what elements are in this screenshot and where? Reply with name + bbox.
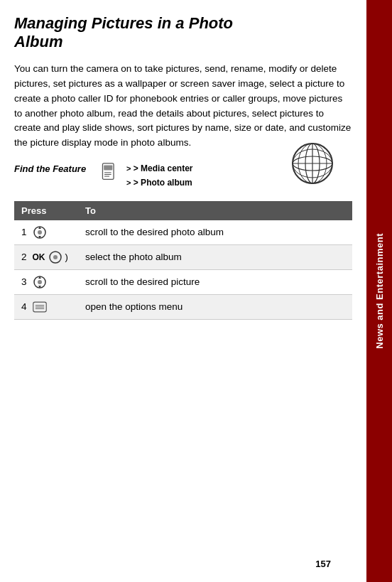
menu-button-icon — [33, 300, 47, 314]
table-row: 2 OK ) select the photo album — [14, 244, 352, 269]
press-cell: 1 — [14, 220, 78, 244]
instruction-table: Press To 1 — [14, 201, 352, 320]
sidebar-label: News and Entertainment — [374, 233, 385, 349]
table-row: 1 scroll to the desired ph — [14, 220, 352, 245]
find-feature-label: Find the Feature — [14, 162, 92, 174]
scroll-icon-3 — [33, 275, 47, 289]
action-cell-3: scroll to the desired picture — [78, 269, 352, 294]
sidebar-tab: News and Entertainment — [366, 0, 392, 582]
table-header-to: To — [78, 201, 352, 220]
table-row: 3 scroll to the desired pi — [14, 269, 352, 294]
ok-label: OK — [33, 252, 45, 262]
ok-icon — [48, 250, 62, 264]
main-content: Managing Pictures in a Photo Album You c… — [0, 0, 366, 582]
menu-icon — [99, 162, 119, 182]
table-header-press: Press — [14, 201, 78, 220]
table-row: 4 open — [14, 294, 352, 319]
svg-point-17 — [53, 255, 58, 259]
press-cell: 2 OK ) — [14, 245, 78, 269]
action-cell-2: select the photo album — [78, 244, 352, 269]
press-cell: 3 — [14, 270, 78, 294]
svg-point-13 — [38, 230, 42, 235]
body-text: You can turn the camera on to take pictu… — [14, 62, 352, 151]
scroll-icon-1 — [33, 225, 47, 239]
action-cell-4: open the options menu — [78, 294, 352, 319]
press-cell: 4 — [14, 295, 78, 319]
svg-point-19 — [38, 280, 42, 284]
action-cell-1: scroll to the desired photo album — [78, 220, 352, 245]
svg-rect-8 — [104, 166, 112, 171]
page-number: 157 — [315, 559, 331, 569]
globe-icon — [291, 142, 334, 185]
page-container: News and Entertainment Managing Pictures… — [0, 0, 392, 582]
page-title: Managing Pictures in a Photo Album — [14, 14, 352, 52]
find-feature-path: > > Media center > > Photo album — [126, 162, 192, 189]
